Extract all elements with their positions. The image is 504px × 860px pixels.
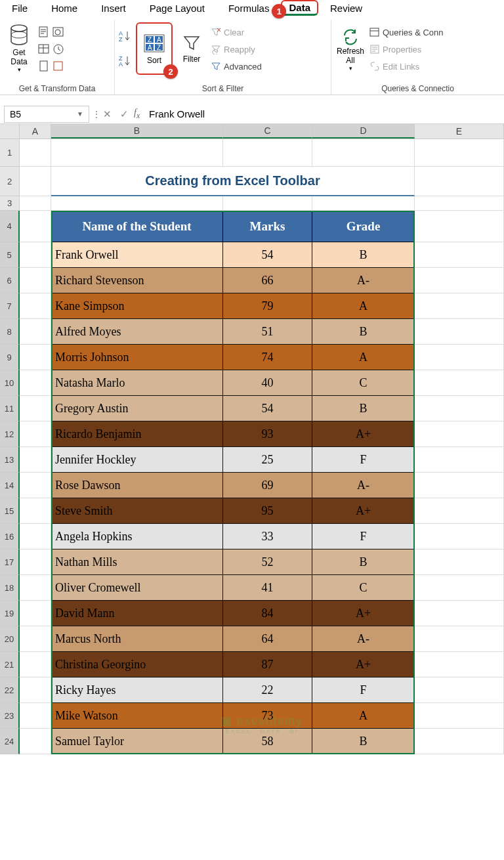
student-name-cell[interactable]: Mike Watson	[51, 703, 223, 729]
queries-button[interactable]: Queries & Conn	[369, 25, 444, 39]
tab-insert[interactable]: Insert	[89, 0, 138, 20]
student-name-cell[interactable]: Gregory Austin	[51, 396, 223, 421]
cell[interactable]	[415, 601, 504, 626]
cell[interactable]	[20, 167, 51, 196]
student-name-cell[interactable]: Christina Georgino	[51, 652, 223, 677]
cell[interactable]	[20, 242, 51, 268]
student-marks-cell[interactable]: 74	[223, 345, 312, 370]
cell[interactable]	[51, 196, 223, 211]
cell[interactable]	[20, 703, 51, 729]
student-grade-cell[interactable]: B	[312, 729, 415, 754]
cell[interactable]	[20, 498, 51, 524]
cell[interactable]	[20, 601, 51, 626]
cell[interactable]	[312, 196, 415, 211]
student-marks-cell[interactable]: 69	[223, 473, 312, 498]
student-grade-cell[interactable]: A-	[312, 268, 415, 293]
properties-button[interactable]: Properties	[369, 42, 444, 56]
sort-desc-button[interactable]: ZA	[119, 54, 132, 68]
student-name-cell[interactable]: Ricardo Benjamin	[51, 421, 223, 447]
row-header-9[interactable]: 9	[0, 345, 20, 370]
cell[interactable]	[20, 345, 51, 370]
student-grade-cell[interactable]: A+	[312, 601, 415, 626]
student-grade-cell[interactable]: C	[312, 575, 415, 601]
col-header-B[interactable]: B	[51, 124, 223, 139]
cell[interactable]	[20, 677, 51, 703]
cell[interactable]	[20, 729, 51, 754]
student-marks-cell[interactable]: 33	[223, 524, 312, 549]
cell[interactable]	[415, 293, 504, 319]
student-grade-cell[interactable]: F	[312, 447, 415, 473]
student-name-cell[interactable]: Steve Smith	[51, 498, 223, 524]
cell[interactable]	[415, 703, 504, 729]
col-header-E[interactable]: E	[415, 124, 504, 139]
row-header-20[interactable]: 20	[0, 626, 20, 652]
student-marks-cell[interactable]: 93	[223, 421, 312, 447]
row-header-3[interactable]: 3	[0, 196, 20, 211]
student-name-cell[interactable]: Rose Dawson	[51, 473, 223, 498]
cell[interactable]	[20, 575, 51, 601]
student-name-cell[interactable]: Oliver Cromewell	[51, 575, 223, 601]
cell[interactable]	[20, 549, 51, 575]
row-header-18[interactable]: 18	[0, 575, 20, 601]
cell[interactable]	[20, 524, 51, 549]
cell[interactable]	[415, 498, 504, 524]
cell[interactable]	[415, 524, 504, 549]
student-grade-cell[interactable]: A-	[312, 626, 415, 652]
student-marks-cell[interactable]: 54	[223, 242, 312, 268]
student-marks-cell[interactable]: 40	[223, 370, 312, 396]
cell[interactable]	[415, 652, 504, 677]
row-header-22[interactable]: 22	[0, 677, 20, 703]
cell[interactable]	[415, 626, 504, 652]
row-header-1[interactable]: 1	[0, 139, 20, 167]
cell[interactable]	[415, 167, 504, 196]
student-grade-cell[interactable]: C	[312, 370, 415, 396]
cell[interactable]: Name of the Student	[51, 211, 223, 242]
student-name-cell[interactable]: Frank Orwell	[51, 242, 223, 268]
select-all-corner[interactable]	[0, 124, 20, 139]
cell[interactable]	[415, 211, 504, 242]
row-header-11[interactable]: 11	[0, 396, 20, 421]
student-grade-cell[interactable]: A	[312, 293, 415, 319]
cell[interactable]	[20, 473, 51, 498]
student-marks-cell[interactable]: 22	[223, 677, 312, 703]
refresh-all-button[interactable]: Refresh All▾	[335, 22, 366, 75]
existing-conn-button[interactable]	[38, 59, 64, 74]
row-header-19[interactable]: 19	[0, 601, 20, 626]
row-header-16[interactable]: 16	[0, 524, 20, 549]
cell[interactable]	[415, 447, 504, 473]
student-grade-cell[interactable]: A	[312, 345, 415, 370]
student-name-cell[interactable]: Jennifer Hockley	[51, 447, 223, 473]
row-header-24[interactable]: 24	[0, 729, 20, 754]
reapply-button[interactable]: Reapply	[211, 42, 262, 56]
cell[interactable]	[312, 139, 415, 167]
student-grade-cell[interactable]: F	[312, 677, 415, 703]
student-name-cell[interactable]: Kane Simpson	[51, 293, 223, 319]
row-header-5[interactable]: 5	[0, 242, 20, 268]
row-header-12[interactable]: 12	[0, 421, 20, 447]
student-grade-cell[interactable]: A+	[312, 421, 415, 447]
cell[interactable]	[415, 370, 504, 396]
cell[interactable]	[415, 196, 504, 211]
tab-review[interactable]: Review	[318, 0, 374, 20]
student-marks-cell[interactable]: 51	[223, 319, 312, 345]
student-marks-cell[interactable]: 66	[223, 268, 312, 293]
cell[interactable]	[415, 549, 504, 575]
row-header-17[interactable]: 17	[0, 549, 20, 575]
cell[interactable]	[20, 421, 51, 447]
advanced-filter-button[interactable]: Advanced	[211, 59, 262, 74]
col-header-C[interactable]: C	[223, 124, 312, 139]
cancel-edit-button[interactable]: ✕	[98, 108, 116, 120]
cell[interactable]	[415, 729, 504, 754]
clear-filter-button[interactable]: Clear	[211, 25, 262, 39]
tab-home[interactable]: Home	[39, 0, 89, 20]
row-header-14[interactable]: 14	[0, 473, 20, 498]
student-marks-cell[interactable]: 84	[223, 601, 312, 626]
student-marks-cell[interactable]: 41	[223, 575, 312, 601]
cell[interactable]	[51, 139, 223, 167]
title-cell[interactable]: Creating from Excel Toolbar	[51, 167, 415, 196]
student-marks-cell[interactable]: 52	[223, 549, 312, 575]
row-header-2[interactable]: 2	[0, 167, 20, 196]
student-marks-cell[interactable]: 79	[223, 293, 312, 319]
student-grade-cell[interactable]: A-	[312, 473, 415, 498]
cell[interactable]	[415, 473, 504, 498]
